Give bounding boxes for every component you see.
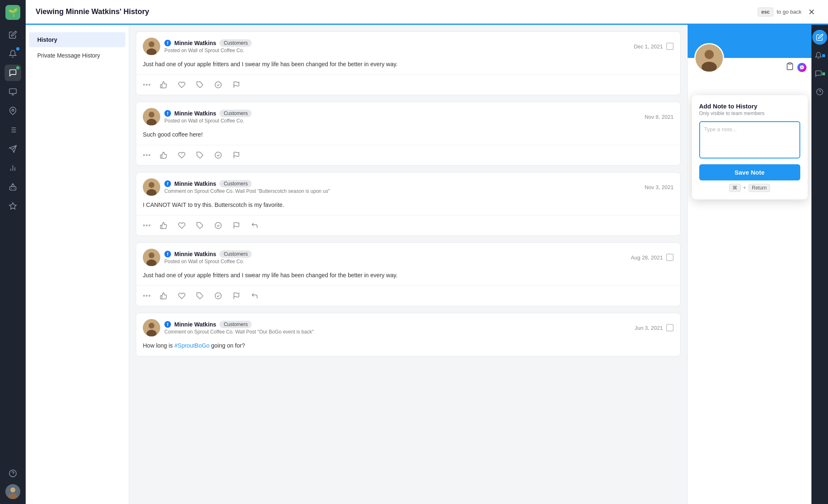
- svg-point-1: [12, 109, 14, 111]
- clipboard-button[interactable]: [786, 62, 794, 72]
- more-options-button[interactable]: •••: [143, 81, 151, 89]
- note-textarea[interactable]: [699, 121, 800, 158]
- post-date: Nov 8, 2021: [645, 114, 674, 120]
- svg-rect-13: [10, 187, 16, 190]
- customers-badge: Customers: [219, 321, 252, 328]
- rs-chat-icon[interactable]: [812, 66, 827, 81]
- profile-avatar-large: [694, 43, 724, 73]
- facebook-icon: f: [164, 110, 171, 117]
- post-checkbox[interactable]: [666, 43, 674, 50]
- flag-button[interactable]: [231, 149, 242, 161]
- post-header: f Minnie Watkins Customers Comment on Sp…: [136, 313, 680, 340]
- esc-badge: esc: [758, 7, 773, 17]
- like-button[interactable]: [158, 79, 169, 91]
- post-avatar: [143, 178, 160, 196]
- post-actions: •••: [136, 145, 680, 165]
- post-date: Dec 1, 2021: [634, 43, 663, 50]
- user-avatar[interactable]: [5, 484, 20, 499]
- more-options-button[interactable]: •••: [143, 222, 151, 229]
- flag-button[interactable]: [231, 290, 242, 302]
- check-button[interactable]: [212, 149, 224, 161]
- flag-button[interactable]: [231, 79, 242, 91]
- post-checkbox[interactable]: [666, 324, 674, 331]
- right-panel: following Edit ▾ Add Note to History Onl…: [687, 25, 811, 504]
- topbar-actions: esc to go back ✕: [758, 5, 818, 19]
- post-header: f Minnie Watkins Customers Posted on Wal…: [136, 243, 680, 269]
- tag-button[interactable]: [194, 290, 206, 302]
- rs-help-icon[interactable]: [812, 84, 827, 99]
- sidebar-item-star[interactable]: [5, 198, 21, 214]
- flag-button[interactable]: [231, 220, 242, 231]
- post-avatar: [143, 249, 160, 266]
- sidebar-item-messages[interactable]: [5, 84, 21, 100]
- tag-button[interactable]: [194, 220, 206, 231]
- sidebar-item-tasks[interactable]: [5, 122, 21, 138]
- add-note-popup: Add Note to History Only visible to team…: [692, 95, 808, 199]
- tag-button[interactable]: [194, 79, 206, 91]
- note-shortcut: ⌘ + Return: [699, 184, 800, 192]
- sidebar-item-pin[interactable]: [5, 103, 21, 119]
- post-body: I CANNOT WAIT to try this. Butterscotch …: [136, 199, 680, 215]
- heart-button[interactable]: [176, 79, 188, 91]
- nav-item-history[interactable]: History: [29, 32, 125, 47]
- app-logo[interactable]: 🌱: [5, 5, 20, 20]
- post-author: Minnie Watkins: [174, 110, 216, 117]
- tag-button[interactable]: [194, 149, 206, 161]
- rs-compose-icon[interactable]: [812, 30, 827, 45]
- save-note-button[interactable]: Save Note: [699, 164, 800, 180]
- svg-point-36: [149, 182, 154, 188]
- more-options-button[interactable]: •••: [143, 292, 151, 300]
- sidebar-item-bot[interactable]: [5, 179, 21, 195]
- sidebar-item-notifications[interactable]: [5, 46, 21, 62]
- svg-rect-53: [789, 63, 792, 64]
- reply-button[interactable]: [249, 220, 260, 231]
- messenger-icon[interactable]: [797, 63, 806, 72]
- check-button[interactable]: [212, 79, 224, 91]
- post-body: Just had one of your apple fritters and …: [136, 269, 680, 286]
- reply-button[interactable]: [249, 290, 260, 302]
- sidebar-item-send[interactable]: [5, 141, 21, 157]
- sidebar-item-help[interactable]: [5, 465, 21, 482]
- post-subtitle: Posted on Wall of Sprout Coffee Co.: [164, 118, 252, 124]
- post-date: Nov 3, 2021: [645, 184, 674, 190]
- like-button[interactable]: [158, 149, 169, 161]
- more-options-button[interactable]: •••: [143, 151, 151, 159]
- nav-item-private-message-history[interactable]: Private Message History: [29, 48, 125, 63]
- post-card: f Minnie Watkins Customers Comment on Sp…: [136, 313, 681, 356]
- post-card: f Minnie Watkins Customers Posted on Wal…: [136, 102, 681, 166]
- check-button[interactable]: [212, 220, 224, 231]
- profile-icons: [786, 62, 806, 72]
- rs-notifications-icon[interactable]: [812, 48, 827, 63]
- sidebar-item-analytics[interactable]: [5, 160, 21, 176]
- facebook-icon: f: [164, 251, 171, 257]
- shortcut-plus: +: [743, 185, 746, 191]
- post-card: f Minnie Watkins Customers Posted on Wal…: [136, 31, 681, 95]
- heart-button[interactable]: [176, 290, 188, 302]
- heart-button[interactable]: [176, 149, 188, 161]
- facebook-icon: f: [164, 180, 171, 187]
- close-button[interactable]: ✕: [805, 5, 818, 19]
- svg-rect-0: [10, 89, 17, 94]
- customers-badge: Customers: [219, 110, 252, 117]
- body-area: History Private Message History f Minnie…: [26, 25, 828, 504]
- post-body: How long is #SproutBoGo going on for?: [136, 340, 680, 356]
- svg-point-24: [149, 41, 154, 47]
- check-button[interactable]: [212, 290, 224, 302]
- hashtag-link[interactable]: #SproutBoGo: [174, 342, 209, 349]
- sidebar-item-inbox[interactable]: [5, 65, 21, 81]
- like-button[interactable]: [158, 290, 169, 302]
- facebook-icon: f: [164, 40, 171, 46]
- svg-point-27: [215, 82, 221, 88]
- svg-point-39: [215, 223, 221, 229]
- post-checkbox[interactable]: [666, 254, 674, 261]
- post-actions: •••: [136, 74, 680, 95]
- post-author: Minnie Watkins: [174, 251, 216, 257]
- post-body: Just had one of your apple fritters and …: [136, 58, 680, 74]
- return-key: Return: [749, 184, 770, 192]
- sidebar-item-compose[interactable]: [5, 26, 21, 43]
- svg-point-48: [149, 323, 154, 329]
- right-sidebar-icons: [811, 25, 828, 504]
- facebook-icon: f: [164, 321, 171, 328]
- heart-button[interactable]: [176, 220, 188, 231]
- like-button[interactable]: [158, 220, 169, 231]
